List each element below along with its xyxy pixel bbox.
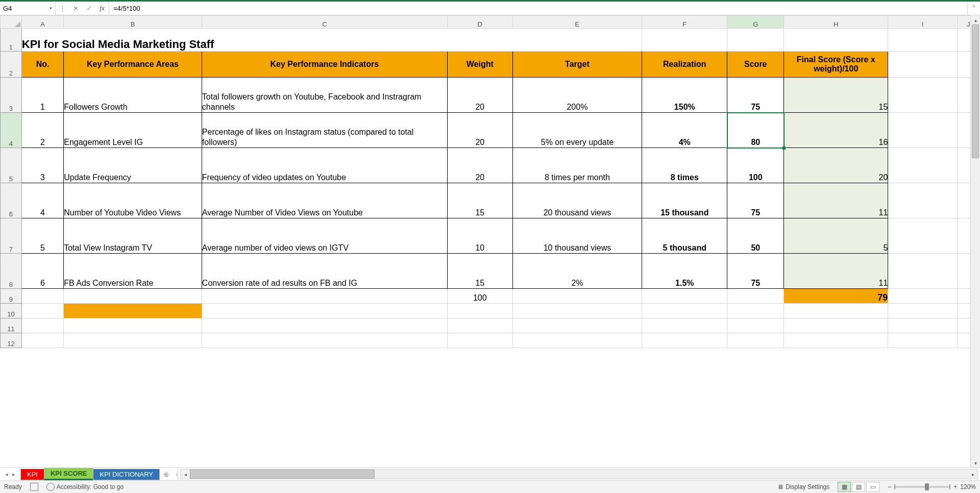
cell-area[interactable]: Total View Instagram TV [64,218,202,254]
cell-final[interactable]: 15 [784,78,888,113]
sheet-tab-kpi-score[interactable]: KPI SCORE [44,468,94,480]
zoom-out-icon[interactable]: − [888,483,891,490]
th-indicator[interactable]: Key Performance Indicators [202,52,447,78]
scroll-thumb[interactable] [972,24,979,158]
accessibility-status[interactable]: Accessibility: Good to go [46,483,124,491]
cell-weight[interactable]: 20 [447,148,512,183]
row-header[interactable]: 2 [1,52,22,78]
cell-final[interactable]: 5 [784,218,888,254]
view-page-break-icon[interactable]: ▭ [866,482,879,492]
cell-score[interactable]: 75 [727,254,784,289]
th-final[interactable]: Final Score (Score x weight)/100 [784,52,888,78]
cell-final[interactable]: 11 [784,254,888,289]
cell-no[interactable]: 3 [21,148,63,183]
col-header[interactable]: I [888,16,957,29]
col-header[interactable]: F [642,16,727,29]
cell-realization[interactable]: 4% [642,113,727,148]
cell-target[interactable]: 5% on every update [512,113,642,148]
name-box-dropdown-icon[interactable]: ▾ [46,6,55,11]
cell-target[interactable]: 10 thousand views [512,218,642,254]
scroll-right-icon[interactable]: ▸ [968,472,977,477]
tab-split[interactable]: ⁞ ◂ ▸ [178,467,980,481]
row-header[interactable]: 7 [1,218,22,254]
grid-scroll[interactable]: A B C D E F G H I J 1 [0,15,980,467]
col-header[interactable]: H [784,16,888,29]
cell-no[interactable]: 1 [21,78,63,113]
formula-expand-icon[interactable]: ˅ [967,2,980,15]
cell-indicator[interactable]: Average number of video views on IGTV [202,218,447,254]
scroll-track[interactable] [190,470,968,479]
th-no[interactable]: No. [21,52,63,78]
orange-cell[interactable] [64,304,202,318]
confirm-icon[interactable]: ✓ [82,5,95,12]
view-normal-icon[interactable]: ▦ [838,482,851,492]
col-header[interactable]: A [21,16,63,29]
col-header[interactable]: B [64,16,202,29]
select-all-corner[interactable] [1,16,22,29]
tab-prev-icon[interactable]: ◂ [5,471,8,478]
scroll-down-icon[interactable]: ▾ [971,458,980,467]
total-final[interactable]: 79 [784,289,888,304]
cell-area[interactable]: Engagement Level IG [64,113,202,148]
fx-icon[interactable]: fx [95,4,109,12]
th-score[interactable]: Score [727,52,784,78]
spreadsheet-grid[interactable]: A B C D E F G H I J 1 [0,15,980,348]
page-title[interactable]: KPI for Social Media Marketing Staff [21,29,642,52]
cell-realization[interactable]: 8 times [642,148,727,183]
cell-area[interactable]: Number of Youtube Video Views [64,183,202,218]
col-header[interactable]: G [727,16,784,29]
row-header[interactable]: 12 [1,333,22,348]
row-header[interactable]: 11 [1,318,22,333]
scroll-up-icon[interactable]: ▴ [971,15,980,24]
th-target[interactable]: Target [512,52,642,78]
cell-score[interactable]: 50 [727,218,784,254]
cell-target[interactable]: 200% [512,78,642,113]
cell-score[interactable]: 75 [727,78,784,113]
cell-indicator[interactable]: Percentage of likes on Instagram status … [202,113,447,148]
sheet-tab-kpi[interactable]: KPI [20,469,44,480]
row-header[interactable]: 5 [1,148,22,183]
tab-next-icon[interactable]: ▸ [12,471,15,478]
row-header[interactable]: 1 [1,29,22,52]
cell-weight[interactable]: 15 [447,183,512,218]
scroll-thumb[interactable] [190,470,375,479]
row-header[interactable]: 3 [1,78,22,113]
cell-no[interactable]: 2 [21,113,63,148]
cell-area[interactable]: Followers Growth [64,78,202,113]
row-header[interactable]: 8 [1,254,22,289]
row-header[interactable]: 10 [1,304,22,318]
cell-realization[interactable]: 5 thousand [642,218,727,254]
cell-weight[interactable]: 15 [447,254,512,289]
zoom-value[interactable]: 120% [960,483,976,490]
cell-target[interactable]: 20 thousand views [512,183,642,218]
horizontal-scrollbar[interactable]: ◂ ▸ [180,469,978,479]
formula-input[interactable]: =4/5*100 [109,2,967,15]
cell-score[interactable]: 80 [727,113,784,148]
cell-weight[interactable]: 10 [447,218,512,254]
th-area[interactable]: Key Performance Areas [64,52,202,78]
cell-final[interactable]: 11 [784,183,888,218]
cell-no[interactable]: 6 [21,254,63,289]
cell-realization[interactable]: 1.5% [642,254,727,289]
cell-weight[interactable]: 20 [447,78,512,113]
cell-score[interactable]: 100 [727,148,784,183]
scroll-left-icon[interactable]: ◂ [181,472,190,477]
col-header[interactable]: C [202,16,447,29]
cell-score[interactable]: 75 [727,183,784,218]
zoom-in-icon[interactable]: + [953,483,957,490]
cell-indicator[interactable]: Conversion rate of ad results on FB and … [202,254,447,289]
cell-realization[interactable]: 150% [642,78,727,113]
zoom-knob[interactable] [925,483,929,490]
display-settings-button[interactable]: 🖥 Display Settings [777,483,829,490]
cell-indicator[interactable]: Average Number of Video Views on Youtube [202,183,447,218]
row-header[interactable]: 6 [1,183,22,218]
vertical-scrollbar[interactable]: ▴ ▾ [970,15,980,467]
cell-weight[interactable]: 20 [447,113,512,148]
cell-final[interactable]: 20 [784,148,888,183]
total-weight[interactable]: 100 [447,289,512,304]
scroll-track[interactable] [971,24,980,458]
cell-area[interactable]: FB Ads Conversion Rate [64,254,202,289]
cell-no[interactable]: 5 [21,218,63,254]
row-header[interactable]: 9 [1,289,22,304]
view-page-layout-icon[interactable]: ▤ [852,482,865,492]
